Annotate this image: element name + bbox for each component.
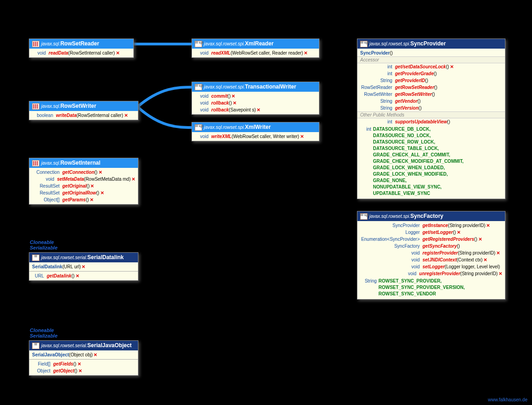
method-row[interactable]: voidrollback (Savepoint s) ✕ — [192, 106, 319, 113]
constructor-row[interactable]: SerialDatalink (URL url) ✕ — [29, 263, 138, 270]
method-row[interactable]: voidregisterProvider (String providerID)… — [357, 250, 505, 256]
class-serialjavaobject: IIIjavax.sql.rowset.serial.SerialJavaObj… — [29, 340, 138, 376]
constants-block: intDATASOURCE_DB_LOCK, DATASOURCE_NO_LOC… — [357, 125, 505, 198]
method-row[interactable]: voidreadXML (WebRowSet caller, Reader re… — [192, 50, 319, 56]
interface-icon — [32, 103, 39, 110]
class-header: IIIjavax.sql.rowset.serial.SerialJavaObj… — [29, 341, 138, 350]
method-row[interactable]: SyncFactorygetSyncFactory () — [357, 243, 505, 250]
method-row[interactable]: RowSetReadergetRowSetReader () — [357, 84, 505, 91]
method-row[interactable]: URLgetDatalink () ✕ — [29, 271, 138, 279]
class-syncfactory: III spijavax.sql.rowset.spi.SyncFactory … — [357, 211, 505, 300]
spi-icon: III spi — [360, 41, 367, 47]
class-serialdatalink: IIIjavax.sql.rowset.serial.SerialDatalin… — [29, 252, 138, 281]
class-header: III spijavax.sql.rowset.spi.XmlWriter — [192, 122, 319, 132]
method-row[interactable]: ConnectiongetConnection () ✕ — [29, 169, 138, 176]
class-header: javax.sql.RowSetReader — [29, 39, 133, 49]
interface-icon — [32, 41, 39, 47]
class-rowsetreader: javax.sql.RowSetReader voidreadData (Row… — [29, 39, 134, 58]
class-header: javax.sql.RowSetInternal — [29, 158, 138, 168]
section-accessor: Accessor — [357, 56, 505, 63]
spi-icon: III spi — [195, 124, 202, 131]
method-row[interactable]: Field[]getFields () ✕ — [29, 359, 138, 367]
method-row[interactable]: StringgetProviderID () — [357, 77, 505, 84]
method-row[interactable]: intsupportsUpdatableView () — [357, 118, 505, 125]
constants-block: StringROWSET_SYNC_PROVIDER, ROWSET_SYNC_… — [357, 277, 505, 298]
class-transactionalwriter: III spijavax.sql.rowset.spi.Transactiona… — [192, 82, 319, 115]
method-row[interactable]: voidunregisterProvider (String providerI… — [357, 270, 505, 277]
class-header: III spijavax.sql.rowset.spi.SyncFactory — [357, 211, 505, 221]
method-row[interactable]: voidreadData (RowSetInternal caller) ✕ — [29, 50, 133, 56]
class-rowsetinternal: javax.sql.RowSetInternal ConnectiongetCo… — [29, 158, 138, 205]
method-row[interactable]: voidwriteXML (WebRowSet caller, Writer w… — [192, 133, 319, 140]
method-row[interactable]: voidsetLogger (Logger logger, Level leve… — [357, 263, 505, 270]
class-xmlreader: III spijavax.sql.rowset.spi.XmlReader vo… — [192, 39, 319, 58]
method-row[interactable]: voidcommit () ✕ — [192, 93, 319, 100]
method-row[interactable]: voidsetJNDIContext (Context ctx) ✕ — [357, 256, 505, 263]
constructor-row[interactable]: SerialJavaObject (Object obj) ✕ — [29, 351, 138, 358]
method-row[interactable]: voidrollback () ✕ — [192, 100, 319, 106]
class-syncprovider: III spijavax.sql.rowset.spi.SyncProvider… — [357, 39, 505, 199]
interface-icon — [32, 160, 39, 166]
method-row[interactable]: ObjectgetObject () ✕ — [29, 367, 138, 374]
class-header: III spijavax.sql.rowset.spi.SyncProvider — [357, 39, 505, 49]
class-header: javax.sql.RowSetWriter — [29, 101, 138, 111]
method-row[interactable]: ResultSetgetOriginal () ✕ — [29, 183, 138, 189]
serial-icon: III — [32, 343, 39, 349]
spi-icon: III spi — [360, 213, 367, 220]
constructor-row[interactable]: SyncProvider () — [357, 50, 505, 56]
method-row[interactable]: intget/setDataSourceLock () ✕ — [357, 63, 505, 70]
site-url-label[interactable]: www.falkhausen.de — [488, 397, 527, 402]
class-header: IIIjavax.sql.rowset.serial.SerialDatalin… — [29, 253, 138, 262]
class-header: III spijavax.sql.rowset.spi.Transactiona… — [192, 82, 319, 92]
serial-icon: III — [32, 255, 39, 261]
method-row[interactable]: voidsetMetaData (RowSetMetaData md) ✕ — [29, 176, 138, 183]
method-row[interactable]: StringgetVersion () — [357, 105, 505, 111]
method-row[interactable]: Enumeration<SyncProvider>getRegisteredPr… — [357, 236, 505, 243]
implements-label: CloneableSerializable — [30, 327, 58, 338]
method-row[interactable]: ResultSetgetOriginalRow () ✕ — [29, 189, 138, 196]
class-header: III spijavax.sql.rowset.spi.XmlReader — [192, 39, 319, 49]
method-row[interactable]: RowSetWritergetRowSetWriter () — [357, 91, 505, 98]
method-row[interactable]: Loggerget/setLogger () ✕ — [357, 229, 505, 236]
method-row[interactable]: SyncProvidergetInstance (String provider… — [357, 222, 505, 229]
spi-icon: III spi — [195, 84, 202, 90]
class-rowsetwriter: javax.sql.RowSetWriter booleanwriteData … — [29, 101, 138, 120]
section-other: Other Public Methods — [357, 111, 505, 118]
method-row[interactable]: StringgetVendor () — [357, 98, 505, 105]
method-row[interactable]: Object[]getParams () ✕ — [29, 196, 138, 203]
spi-icon: III spi — [195, 41, 202, 47]
class-xmlwriter: III spijavax.sql.rowset.spi.XmlWriter vo… — [192, 122, 319, 141]
method-row[interactable]: booleanwriteData (RowSetInternal caller)… — [29, 112, 138, 119]
method-row[interactable]: intgetProviderGrade () — [357, 70, 505, 77]
implements-label: CloneableSerializable — [30, 239, 58, 250]
